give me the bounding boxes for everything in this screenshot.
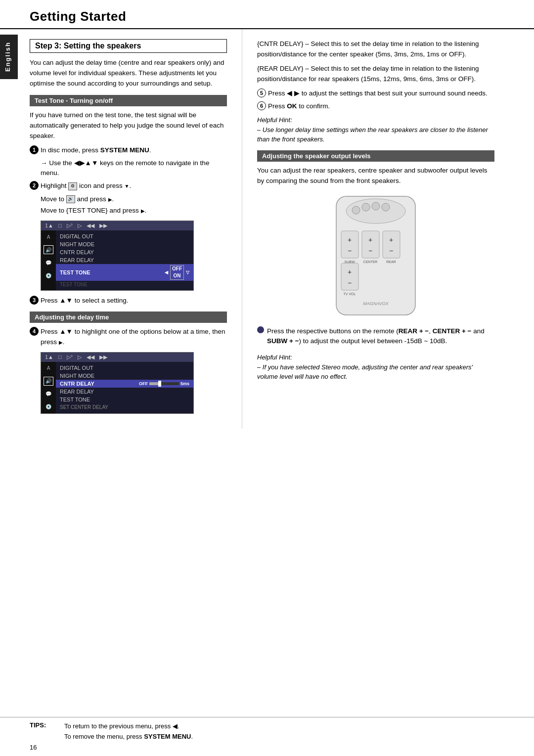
svg-text:MAGNAVOX: MAGNAVOX [363, 301, 389, 306]
delay-bar-fill [149, 382, 158, 385]
subw-label: SUBW + − [267, 337, 299, 345]
menu2-icon-disc: 💿 [44, 402, 53, 411]
step-6-row: 6 Press OK to confirm. [257, 101, 494, 111]
step-3-row: 3 Press ▲▼ to select a setting. [30, 296, 227, 306]
intro-paragraph: You can adjust the delay time (centre an… [30, 58, 227, 89]
menu-sidebar-1: A 🔊 💬 💿 DIGITAL OUT NIGHT MODE C [41, 230, 193, 290]
menu-row-test-tone2: TEST TONE [56, 281, 193, 288]
menu2-row-cntr-delay: CNTR DELAY OFF 5ms [56, 380, 193, 388]
topbar-item: ◀◀ [87, 222, 94, 229]
step-2-icon: ⚙ [68, 182, 77, 190]
helpful-hint-1: Helpful Hint: – Use longer delay time se… [257, 115, 494, 144]
tips-content: To return to the previous menu, press ◀.… [64, 721, 193, 742]
footer-tips: TIPS: To return to the previous menu, pr… [0, 717, 534, 746]
menu-icon-speaker: 🔊 [44, 245, 53, 254]
hint-title-1: Helpful Hint: [257, 116, 292, 124]
test-tone-bar: Test Tone - Turning on/off [30, 95, 227, 106]
system-menu-label: SYSTEM MENU [100, 146, 149, 154]
menu-icons-2: A 🔊 💬 💿 [41, 362, 56, 413]
topbar-item: 1▲ [45, 222, 53, 229]
adjusting-delay-bar: Adjusting the delay time [30, 311, 227, 323]
step-2-speaker-icon: 🔊 [66, 195, 75, 203]
svg-text:SUBW: SUBW [345, 260, 355, 264]
menu2-row-rear-delay: REAR DELAY [56, 388, 193, 396]
step-2-content: Highlight ⚙ icon and press ▼. [41, 181, 227, 191]
svg-text:+: + [368, 236, 372, 244]
step-1-number: 1 [30, 145, 39, 154]
remote-svg: + + + + − − − − SUBW CENTER REAR TV VOL [321, 191, 430, 321]
step-4-number: 4 [30, 327, 39, 336]
topbar2-item: ▶▶ [99, 354, 107, 360]
remote-illustration: + + + + − − − − SUBW CENTER REAR TV VOL [321, 191, 430, 320]
menu2-row-digital-out: DIGITAL OUT [56, 364, 193, 372]
topbar2-item: 1▲ [45, 354, 53, 360]
menu-icon-disc: 💿 [44, 271, 53, 280]
step-5-row: 5 Press ◀ ▶ to adjust the settings that … [257, 89, 494, 98]
tip-2-system-menu: SYSTEM MENU [144, 733, 191, 740]
right-column: {CNTR DELAY} – Select this to set the de… [242, 29, 514, 429]
step-1-row: 1 In disc mode, press SYSTEM MENU. [30, 145, 227, 155]
sidebar-label: English [0, 35, 18, 79]
menu-row-rear-delay: REAR DELAY [56, 256, 193, 264]
menu-icons: A 🔊 💬 💿 [41, 230, 56, 290]
svg-text:+: + [348, 236, 352, 244]
menu-row-night-mode: NIGHT MODE [56, 240, 193, 248]
topbar2-item: □ [58, 354, 62, 360]
svg-text:−: − [348, 247, 352, 255]
test-tone-text: If you have turned on the test tone, the… [30, 110, 227, 141]
menu-icon-chat: 💬 [44, 258, 53, 267]
menu-screen-2: 1▲ □ ▷° ▷ ◀◀ ▶▶ A 🔊 💬 💿 [41, 352, 194, 414]
hint-text-1: – Use longer delay time settings when th… [257, 126, 488, 143]
svg-text:+: + [389, 236, 393, 244]
menu-topbar-2: 1▲ □ ▷° ▷ ◀◀ ▶▶ [41, 353, 193, 362]
step-4-row: 4 Press ▲▼ to highlight one of the optio… [30, 327, 227, 347]
step-2-move2: Move to {TEST TONE} and press ▶. [41, 206, 227, 216]
menu-icon-a: A [44, 232, 53, 241]
menu-sidebar-2: A 🔊 💬 💿 DIGITAL OUT NIGHT MODE C [41, 362, 193, 413]
menu-main-2: DIGITAL OUT NIGHT MODE CNTR DELAY OFF [56, 362, 193, 413]
step-2-down-arrow: ▼ [125, 183, 130, 189]
rear-label: REAR + − [399, 327, 429, 335]
topbar-item: ▷ [78, 222, 82, 229]
section-title: Step 3: Setting the speakers [35, 42, 222, 50]
menu2-row-set-center: SET CENTER DELAY [56, 403, 193, 411]
step-2-number: 2 [30, 181, 39, 190]
blue-bullet-icon [257, 326, 264, 333]
step-2-move1: Move to 🔊 and press ▶. [41, 194, 227, 204]
off-on-box: OFF ON [170, 265, 184, 280]
topbar-item: ▶▶ [99, 222, 107, 229]
svg-text:−: − [389, 247, 393, 255]
menu2-row-night-mode: NIGHT MODE [56, 372, 193, 380]
rear-delay-text: {REAR DELAY} – Select this to set the de… [257, 64, 494, 85]
topbar2-item: ◀◀ [87, 354, 94, 360]
tip-1: To return to the previous menu, press ◀. [64, 721, 193, 732]
svg-text:+: + [348, 268, 352, 276]
svg-text:−: − [348, 279, 352, 287]
menu2-icon-speaker: 🔊 [44, 377, 53, 386]
hint-text-2: – If you have selected Stereo mode, adju… [257, 363, 473, 381]
page-title: Getting Started [30, 9, 504, 24]
svg-text:TV VOL: TV VOL [344, 292, 356, 296]
hint-title-2: Helpful Hint: [257, 354, 292, 361]
step-1-sub: → Use the ◀▶▲▼ keys on the remote to nav… [41, 158, 227, 178]
step-1-content: In disc mode, press SYSTEM MENU. [41, 145, 227, 155]
svg-text:REAR: REAR [386, 260, 396, 264]
adj-output-text: You can adjust the rear speakers, centre… [257, 166, 494, 186]
menu2-icon-a: A [44, 364, 53, 373]
center-label: CENTER + − [433, 327, 472, 335]
svg-point-5 [382, 203, 390, 211]
helpful-hint-2: Helpful Hint: – If you have selected Ste… [257, 353, 494, 382]
bullet-row-remote: Press the respective buttons on the remo… [257, 326, 494, 347]
page-number: 16 [30, 744, 37, 751]
menu-row-digital-out: DIGITAL OUT [56, 232, 193, 240]
step-4-content: Press ▲▼ to highlight one of the options… [41, 327, 227, 347]
menu-row-cntr-delay: CNTR DELAY [56, 248, 193, 256]
menu-main-1: DIGITAL OUT NIGHT MODE CNTR DELAY REAR D… [56, 230, 193, 290]
menu2-icon-chat: 💬 [44, 390, 53, 399]
svg-point-2 [352, 206, 360, 214]
tips-label: TIPS: [30, 721, 54, 729]
step-5-number: 5 [257, 89, 266, 97]
left-column: Step 3: Setting the speakers You can adj… [0, 29, 242, 429]
step-6-content: Press OK to confirm. [268, 101, 494, 111]
svg-point-3 [362, 203, 370, 211]
